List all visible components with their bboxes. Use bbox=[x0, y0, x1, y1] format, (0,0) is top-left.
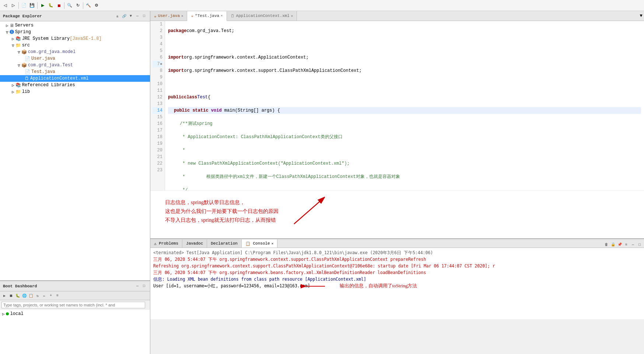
console-line-2: Refreshing org.springframework.context.s… bbox=[153, 263, 641, 269]
expand-icon: ▽ bbox=[18, 50, 20, 55]
boot-search-input[interactable] bbox=[1, 302, 145, 308]
tab-declaration-label: Declaration bbox=[211, 241, 238, 246]
boot-refresh-icon[interactable]: ↻ bbox=[35, 293, 41, 299]
tab-overflow-menu[interactable]: ▼ bbox=[638, 13, 644, 18]
line-numbers: 1 2 3 4 5 6 7● 8 9 10 11 12 13 14 15 16 … bbox=[150, 21, 165, 190]
console-clear-icon[interactable]: 🗑 bbox=[603, 242, 609, 248]
package-explorer-tree[interactable]: ▷ 🖥 Servers ▽ 🅢 Spring ▷ 📚 JRE System Li… bbox=[0, 21, 150, 280]
tab-testjava-close[interactable]: ✕ bbox=[221, 14, 223, 18]
boot-console-icon[interactable]: 📋 bbox=[28, 293, 34, 299]
jre-label: JRE System Library bbox=[22, 36, 70, 41]
tab-declaration[interactable]: Declaration bbox=[207, 239, 242, 248]
code-line-1: package com.grd_java.Test; bbox=[168, 28, 641, 34]
tree-item-lib[interactable]: ▷ 📁 lib bbox=[0, 88, 150, 95]
boot-run-icon[interactable]: ▶ bbox=[1, 293, 7, 299]
boot-edit-icon[interactable]: ✏ bbox=[41, 293, 47, 299]
console-menu-icon[interactable]: ≡ bbox=[623, 242, 629, 248]
tab-problems[interactable]: ⚠ Problems bbox=[150, 239, 182, 248]
console-maximize-icon[interactable]: □ bbox=[637, 242, 643, 248]
boot-maximize-icon[interactable]: □ bbox=[141, 283, 147, 289]
code-line-3: import org.springframework.context.Appli… bbox=[168, 54, 641, 61]
tree-item-appctx[interactable]: 🗒 ApplicationContext.xml bbox=[0, 75, 150, 82]
console-line-5: User [id=1, username=小红, password=123456… bbox=[153, 283, 310, 289]
tab-appctx-label: ApplicationContext.xml bbox=[236, 14, 290, 18]
boot-panel-actions: — □ bbox=[134, 283, 147, 289]
link-editor-icon[interactable]: 🔗 bbox=[121, 13, 127, 19]
bottom-tabs: ⚠ Problems Javadoc Declaration 📋 Console… bbox=[150, 239, 644, 248]
code-line-6: public class Test { bbox=[168, 94, 641, 101]
boot-minimize-icon[interactable]: — bbox=[134, 283, 140, 289]
minimize-icon[interactable]: — bbox=[134, 13, 140, 19]
appctx-label: ApplicationContext.xml bbox=[30, 76, 88, 81]
maximize-icon[interactable]: □ bbox=[141, 13, 147, 19]
console-scroll-lock-icon[interactable]: 🔒 bbox=[610, 242, 616, 248]
console-pin-icon[interactable]: 📌 bbox=[617, 242, 623, 248]
src-icon: 📁 bbox=[15, 43, 21, 48]
reflibs-label: Referenced Libraries bbox=[22, 83, 75, 88]
tab-javadoc[interactable]: Javadoc bbox=[182, 239, 207, 248]
console-content[interactable]: <terminated> Test[Java Application] C:\P… bbox=[150, 248, 644, 319]
build-btn[interactable]: ⚙ bbox=[93, 2, 100, 9]
userjava-label: User.java bbox=[31, 56, 55, 61]
boot-menu-icon[interactable]: ≡ bbox=[55, 293, 60, 299]
boot-stop-icon[interactable]: ⏹ bbox=[8, 293, 14, 299]
xml-icon: 🗒 bbox=[231, 14, 235, 18]
code-line-2 bbox=[168, 41, 641, 48]
jre-version: [JavaSE-1.8] bbox=[70, 36, 101, 41]
lib-label: lib bbox=[22, 89, 30, 94]
code-content[interactable]: package com.grd_java.Test; import org.sp… bbox=[165, 21, 644, 190]
package-explorer-header: Package Explorer ⇊ 🔗 ▼ — □ bbox=[0, 11, 150, 21]
back-btn[interactable]: ◁ bbox=[1, 2, 9, 9]
tab-appctx[interactable]: 🗒 ApplicationContext.xml ✕ bbox=[227, 11, 297, 21]
forward-btn[interactable]: ▷ bbox=[10, 2, 17, 9]
console-line-4: 信息: Loading XML bean definitions from cl… bbox=[153, 276, 641, 283]
boot-search-area bbox=[1, 302, 148, 308]
debug-btn[interactable]: 🐛 bbox=[47, 2, 55, 9]
save-btn[interactable]: 💾 bbox=[28, 2, 36, 9]
boot-open-icon[interactable]: 🌐 bbox=[21, 293, 27, 299]
server-icon: 🖥 bbox=[10, 23, 14, 28]
tree-item-reflibs[interactable]: ▷ 📚 Referenced Libraries bbox=[0, 82, 150, 88]
console-line-3: 三月 06, 2020 5:44:07 下午 org.springframewo… bbox=[153, 269, 641, 276]
reflibrary-icon: 📚 bbox=[15, 83, 21, 88]
new-btn[interactable]: 📄 bbox=[20, 2, 28, 9]
project-icon: 🅢 bbox=[10, 29, 14, 35]
expand-icon: ▷ bbox=[2, 312, 5, 316]
view-menu-icon[interactable]: ▼ bbox=[128, 13, 134, 19]
tree-item-spring[interactable]: ▽ 🅢 Spring bbox=[0, 29, 150, 35]
search-btn[interactable]: 🔍 bbox=[66, 2, 73, 9]
expand-icon: ▽ bbox=[18, 63, 20, 68]
tab-console-close[interactable]: ✕ bbox=[272, 242, 273, 246]
console-minimize-icon[interactable]: — bbox=[630, 242, 636, 248]
clean-btn[interactable]: 🔨 bbox=[85, 2, 92, 9]
stop-btn[interactable]: ⏹ bbox=[55, 2, 63, 9]
tree-item-src[interactable]: ▽ 📁 src bbox=[0, 42, 150, 49]
tree-item-model-pkg[interactable]: ▽ 📦 com.grd_java.model bbox=[0, 49, 150, 55]
collapse-all-icon[interactable]: ⇊ bbox=[115, 13, 120, 19]
tab-console[interactable]: 📋 Console ✕ bbox=[242, 239, 277, 248]
tab-problems-label: Problems bbox=[159, 241, 178, 246]
tab-userjava[interactable]: ☕ User.java ✕ bbox=[150, 11, 187, 21]
refresh-btn[interactable]: ↻ bbox=[74, 2, 81, 9]
boot-debug-icon[interactable]: 🐛 bbox=[15, 293, 21, 299]
servers-label: Servers bbox=[15, 23, 34, 28]
problems-icon: ⚠ bbox=[154, 241, 157, 246]
expand-icon: ▽ bbox=[6, 30, 8, 35]
java-icon: ☕ bbox=[191, 13, 193, 18]
run-btn[interactable]: ▶ bbox=[39, 2, 46, 9]
boot-new-icon[interactable]: + bbox=[48, 293, 54, 299]
java-file-icon: 📄 bbox=[25, 56, 30, 62]
tab-testjava[interactable]: ☕ *Test.java ✕ bbox=[187, 11, 227, 21]
tree-item-servers[interactable]: ▷ 🖥 Servers bbox=[0, 22, 150, 29]
tab-appctx-close[interactable]: ✕ bbox=[291, 14, 293, 18]
tree-item-jre[interactable]: ▷ 📚 JRE System Library [JavaSE-1.8] bbox=[0, 35, 150, 42]
tab-userjava-close[interactable]: ✕ bbox=[181, 14, 183, 18]
tree-item-test-pkg[interactable]: ▽ 📦 com.grd_java.Test bbox=[0, 62, 150, 69]
sep3 bbox=[64, 2, 64, 9]
code-editor[interactable]: 1 2 3 4 5 6 7● 8 9 10 11 12 13 14 15 16 … bbox=[150, 21, 644, 190]
boot-local-item[interactable]: ▷ local bbox=[1, 311, 149, 317]
tab-testjava-label: *Test.java bbox=[195, 14, 219, 18]
tree-item-testjava[interactable]: 📄 Test.java bbox=[0, 69, 150, 75]
expand-icon: ▷ bbox=[12, 90, 14, 94]
tree-item-userjava[interactable]: 📄 User.java bbox=[0, 55, 150, 62]
